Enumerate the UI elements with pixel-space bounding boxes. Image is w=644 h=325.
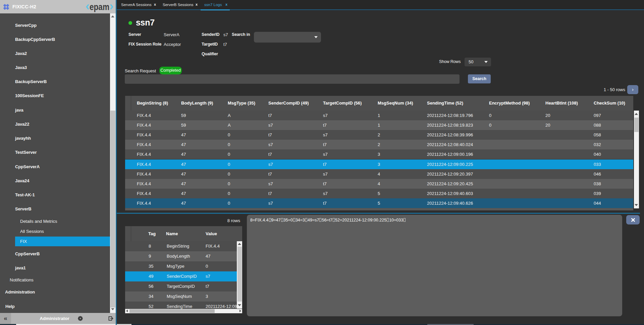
svg-text:epam: epam bbox=[90, 2, 109, 12]
